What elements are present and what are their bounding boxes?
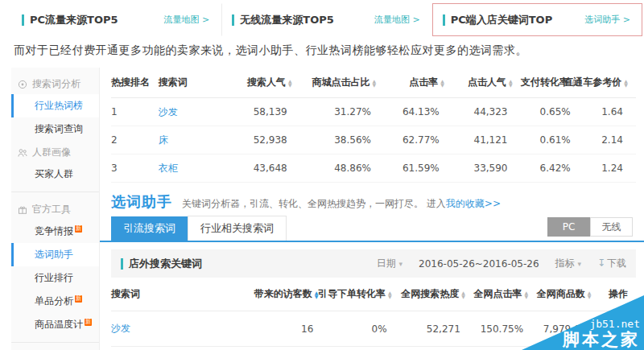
keyword-link[interactable]: 衣柜 bbox=[159, 163, 178, 174]
sidebar-item-label: 商品温度计 bbox=[35, 319, 83, 330]
sidebar-item-buyer-crowd[interactable]: 买家人群 bbox=[11, 163, 99, 186]
col-network-products[interactable]: 全网商品数▲▼ bbox=[536, 287, 599, 301]
cell-value: 0.61% bbox=[521, 134, 584, 146]
col-label: 带来的访客数 bbox=[254, 287, 312, 301]
sort-icon[interactable]: ▲▼ bbox=[388, 290, 392, 299]
teal-tick-icon bbox=[22, 14, 24, 26]
toggle-pc[interactable]: PC bbox=[547, 217, 590, 237]
people-icon bbox=[18, 148, 27, 158]
cell-value: 58,139 bbox=[226, 106, 299, 117]
rank-value: 1 bbox=[111, 106, 159, 117]
sidebar-section-search-analysis: 搜索词分析 bbox=[11, 72, 99, 94]
keyword-link[interactable]: 沙发 bbox=[159, 106, 178, 117]
sort-icon[interactable]: ▲▼ bbox=[461, 290, 465, 299]
col-label: 全网搜索热度 bbox=[401, 287, 459, 301]
sidebar-item-word-helper[interactable]: 选词助手 bbox=[11, 243, 99, 266]
sort-icon[interactable]: ▲▼ bbox=[624, 79, 628, 87]
col-order-conversion[interactable]: 引导下单转化率▲▼ bbox=[326, 287, 399, 301]
col-mall-click-share[interactable]: 商城点击占比▲▼ bbox=[300, 76, 384, 89]
cell-value: 44,323 bbox=[452, 106, 521, 117]
col-label: 点击率 bbox=[409, 76, 438, 89]
filter-bar: 店外搜索关键词 日期 ▾ 2016-05-26~2016-05-26 指标 ▾ … bbox=[111, 249, 636, 278]
sort-icon[interactable]: ▲▼ bbox=[588, 290, 592, 299]
cell-value: 62.77% bbox=[384, 134, 452, 146]
metric-dropdown[interactable]: 指标 ▾ bbox=[555, 257, 581, 270]
sidebar-item-label: 竞争情报 bbox=[35, 225, 73, 237]
panel-wireless-traffic-top5: 无线流量来源TOP5 流量地图 > bbox=[221, 3, 431, 36]
teal-tick-icon bbox=[232, 14, 234, 26]
sidebar-item-industry-ranking[interactable]: 行业排行 bbox=[11, 266, 99, 290]
date-range-value[interactable]: 2016-05-26~2016-05-26 bbox=[419, 258, 539, 270]
sidebar-item-keyword-query[interactable]: 搜索词查询 bbox=[11, 117, 99, 141]
cell-value: 31.27% bbox=[300, 106, 384, 117]
sidebar-item-single-product-analysis[interactable]: 单品分析新 bbox=[11, 290, 99, 313]
cell-value: 52,938 bbox=[226, 134, 299, 146]
col-rank: 热搜排名 bbox=[111, 76, 159, 89]
metric-label: 指标 bbox=[555, 257, 575, 269]
sort-icon[interactable]: ▲▼ bbox=[288, 79, 292, 87]
sidebar-item-industry-hot-words[interactable]: 行业热词榜 bbox=[11, 94, 99, 117]
word-helper-link[interactable]: 选词助手 > bbox=[584, 14, 630, 26]
cell-value: 52,271 bbox=[400, 323, 473, 335]
sidebar-item-label: 单品分析 bbox=[35, 295, 73, 307]
bottom-table-header: 搜索词 带来的访客数▲▼ 引导下单转化率▲▼ 全网搜索热度▲▼ 全网点击率▲▼ … bbox=[111, 278, 636, 311]
helper-description: 关键词分析器，引流、转化、全网热搜趋势，一网打尽。 进入我的收藏>> bbox=[182, 197, 501, 211]
cell-value: 38.56% bbox=[300, 134, 384, 146]
col-visitors[interactable]: 带来的访客数▲▼ bbox=[253, 287, 326, 301]
tab-inbound-keywords[interactable]: 引流搜索词 bbox=[111, 216, 188, 241]
cell-value: 61.59% bbox=[384, 163, 452, 174]
gift-icon bbox=[18, 205, 27, 215]
sidebar-item-competitive-intel[interactable]: 竞争情报新 bbox=[11, 220, 99, 243]
filter-title: 店外搜索关键词 bbox=[121, 257, 202, 271]
col-network-click-rate[interactable]: 全网点击率▲▼ bbox=[473, 287, 536, 301]
section-title: 人群画像 bbox=[32, 146, 71, 159]
cell-value: 64.13% bbox=[384, 106, 452, 117]
cell-value: 16 bbox=[253, 323, 326, 335]
chevron-down-icon: ▾ bbox=[399, 260, 403, 268]
cell-value: 43,648 bbox=[226, 163, 299, 174]
filter-controls: 日期 ▾ 2016-05-26~2016-05-26 指标 ▾ ↧下载 bbox=[377, 257, 626, 270]
toggle-wireless[interactable]: 无线 bbox=[590, 217, 633, 237]
download-icon: ↧ bbox=[597, 257, 605, 269]
cell-value: 2.14 bbox=[584, 134, 636, 146]
panel-title-text: 无线流量来源TOP5 bbox=[240, 13, 334, 27]
sort-icon[interactable]: ▲▼ bbox=[440, 79, 444, 87]
keyword-link[interactable]: 床 bbox=[159, 134, 168, 146]
sidebar-item-label: 选词助手 bbox=[35, 249, 73, 260]
helper-title-row: 选词助手 关键词分析器，引流、转化、全网热搜趋势，一网打尽。 进入我的收藏>> bbox=[100, 183, 644, 219]
col-label: 点击人气 bbox=[468, 76, 506, 89]
helper-desc-text: 关键词分析器，引流、转化、全网热搜趋势，一网打尽。 进入 bbox=[182, 198, 446, 209]
panel-title: PC端入店关键词TOP bbox=[443, 13, 553, 27]
sort-icon[interactable]: ▲▼ bbox=[372, 79, 376, 87]
helper-tabs: 引流搜索词 行业相关搜索词 PC 无线 bbox=[100, 219, 644, 242]
page: PC流量来源TOP5 流量地图 > 无线流量来源TOP5 流量地图 > PC端入… bbox=[0, 0, 644, 350]
teal-tick-icon bbox=[443, 14, 445, 26]
sidebar-section-audience-profile: 人群画像 bbox=[11, 141, 99, 163]
new-badge: 新 bbox=[75, 295, 82, 303]
traffic-map-link[interactable]: 流量地图 > bbox=[374, 14, 420, 26]
filter-title-text: 店外搜索关键词 bbox=[129, 257, 202, 271]
col-ztc-reference[interactable]: 直通车参考价▲▼ bbox=[584, 76, 636, 89]
col-click-rate[interactable]: 点击率▲▼ bbox=[384, 76, 452, 89]
sidebar-item-product-thermometer[interactable]: 商品温度计新 bbox=[11, 313, 99, 336]
col-click-popularity[interactable]: 点击人气▲▼ bbox=[452, 76, 521, 89]
sort-icon[interactable]: ▲▼ bbox=[509, 79, 513, 87]
date-label: 日期 bbox=[377, 257, 396, 269]
tab-industry-related-keywords[interactable]: 行业相关搜索词 bbox=[188, 216, 287, 241]
keyword-link[interactable]: 沙发 bbox=[111, 323, 130, 334]
section-title: 搜索词分析 bbox=[32, 77, 80, 91]
date-dropdown[interactable]: 日期 ▾ bbox=[377, 257, 402, 270]
hot-table-header: 热搜排名 搜索词 搜索人气▲▼ 商城点击占比▲▼ 点击率▲▼ 点击人气▲▼ 支付… bbox=[111, 68, 636, 98]
table-row: 3 衣柜 43,648 48.86% 61.59% 33,590 6.42% 1… bbox=[111, 154, 636, 183]
download-button[interactable]: ↧下载 bbox=[597, 257, 626, 270]
col-keyword: 搜索词 bbox=[111, 287, 253, 301]
sort-icon[interactable]: ▲▼ bbox=[524, 290, 528, 299]
favorites-link[interactable]: 我的收藏>> bbox=[446, 198, 501, 209]
rank-value: 3 bbox=[111, 163, 159, 174]
sidebar-divider bbox=[11, 342, 99, 343]
col-network-search-heat[interactable]: 全网搜索热度▲▼ bbox=[400, 287, 473, 301]
col-label: 全网商品数 bbox=[537, 287, 585, 301]
sidebar: 搜索词分析 行业热词榜 搜索词查询 人群画像 买家人群 官方工具 竞争情报新 选… bbox=[11, 68, 100, 350]
traffic-map-link[interactable]: 流量地图 > bbox=[164, 14, 210, 26]
col-search-popularity[interactable]: 搜索人气▲▼ bbox=[226, 76, 299, 89]
